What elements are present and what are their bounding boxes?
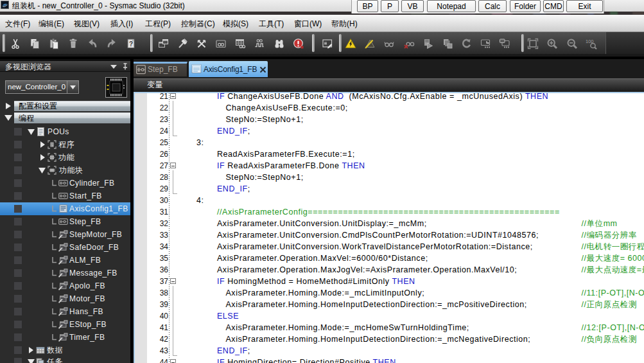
svg-text:?: ? <box>129 40 133 48</box>
